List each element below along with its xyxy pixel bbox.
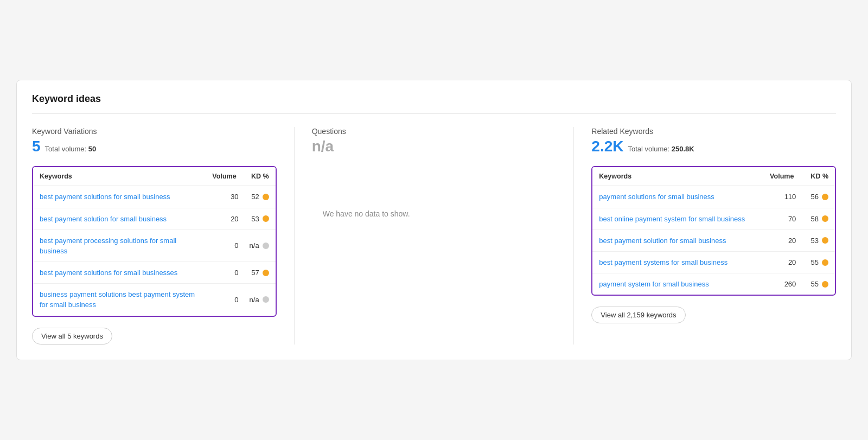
volume-cell: 20 [761,251,800,273]
keyword-link[interactable]: best payment systems for small business [599,258,727,266]
table-row: best payment solutions for small busines… [33,262,276,284]
keyword-link[interactable]: best online payment system for small bus… [599,215,745,223]
keyword-link[interactable]: best payment solution for small business [599,237,726,245]
related-count: 2.2K [591,138,623,155]
volume-cell: 20 [206,208,242,229]
orange-dot-icon [822,194,828,200]
kd-cell: 57 [243,262,276,284]
kd-cell: 52 [243,186,276,208]
table-row: business payment solutions best payment … [33,284,276,316]
kd-value: n/a [250,241,259,250]
variations-section: Keyword Variations 5 Total volume: 50 Ke… [32,127,277,344]
variations-col-volume: Volume [206,167,242,186]
keyword-link[interactable]: best payment processing solutions for sm… [40,237,176,255]
variations-view-all-button[interactable]: View all 5 keywords [32,328,112,345]
variations-table-wrapper: Keywords Volume KD % best payment soluti… [32,166,277,316]
variations-count: 5 [32,138,41,155]
kd-value: 53 [811,237,819,245]
variations-table: Keywords Volume KD % best payment soluti… [33,167,276,315]
related-view-all-button[interactable]: View all 2,159 keywords [591,307,685,323]
table-row: best online payment system for small bus… [592,208,835,229]
table-row: best payment processing solutions for sm… [33,229,276,262]
kd-cell: 53 [243,208,276,229]
questions-count: n/a [312,138,334,155]
kd-value: 57 [251,269,259,277]
related-label: Related Keywords [591,127,836,136]
keyword-link[interactable]: best payment solutions for small busines… [40,193,170,201]
keyword-link[interactable]: payment solutions for small business [599,193,714,201]
volume-cell: 70 [761,208,800,229]
table-row: best payment solution for small business… [592,229,835,251]
volume-cell: 0 [206,229,242,262]
sections-row: Keyword Variations 5 Total volume: 50 Ke… [32,127,836,344]
variations-col-keywords: Keywords [33,167,206,186]
questions-no-data: We have no data to show. [312,166,421,262]
orange-dot-icon [263,215,269,222]
kd-value: 58 [811,215,819,223]
divider-2 [573,127,574,344]
volume-cell: 0 [206,262,242,284]
keyword-ideas-card: Keyword ideas Keyword Variations 5 Total… [16,80,852,360]
questions-count-row: n/a [312,138,334,155]
kd-value: 56 [811,193,819,201]
kd-value: n/a [250,296,259,304]
kd-value: 55 [811,280,819,288]
kd-cell: n/a [243,229,276,262]
gray-dot-icon [263,243,269,249]
variations-label: Keyword Variations [32,127,277,136]
volume-cell: 30 [206,186,242,208]
questions-section: Questions n/a We have no data to show. [312,127,557,262]
kd-cell: 53 [800,229,835,251]
orange-dot-icon [263,270,269,276]
related-count-row: 2.2K Total volume: 250.8K [591,138,836,155]
table-row: payment solutions for small business 110… [592,186,835,208]
orange-dot-icon [822,281,828,288]
related-col-keywords: Keywords [592,167,761,186]
questions-label: Questions [312,127,346,136]
orange-dot-icon [822,259,828,266]
kd-value: 55 [811,258,819,266]
orange-dot-icon [822,215,828,222]
keyword-link[interactable]: business payment solutions best payment … [40,290,195,309]
table-row: best payment solutions for small busines… [33,186,276,208]
volume-cell: 0 [206,284,242,316]
divider-1 [294,127,295,344]
variations-volume: Total volume: 50 [45,145,97,153]
kd-cell: n/a [243,284,276,316]
related-col-volume: Volume [761,167,800,186]
kd-cell: 58 [800,208,835,229]
related-table: Keywords Volume KD % payment solutions f… [592,167,835,295]
gray-dot-icon [263,296,269,303]
variations-col-kd: KD % [243,167,276,186]
related-col-kd: KD % [800,167,835,186]
keyword-link[interactable]: best payment solutions for small busines… [40,269,177,277]
kd-cell: 56 [800,186,835,208]
kd-cell: 55 [800,251,835,273]
keyword-link[interactable]: best payment solution for small business [40,215,167,223]
table-row: best payment systems for small business … [592,251,835,273]
keyword-link[interactable]: payment system for small business [599,280,709,288]
related-table-wrapper: Keywords Volume KD % payment solutions f… [591,166,836,296]
orange-dot-icon [263,194,269,200]
related-volume: Total volume: 250.8K [628,145,694,153]
kd-value: 52 [251,193,259,201]
table-row: best payment solution for small business… [33,208,276,229]
variations-count-row: 5 Total volume: 50 [32,138,277,155]
table-row: payment system for small business 260 55 [592,273,835,295]
volume-cell: 20 [761,229,800,251]
kd-cell: 55 [800,273,835,295]
kd-value: 53 [251,215,259,223]
volume-cell: 260 [761,273,800,295]
card-title: Keyword ideas [32,93,836,114]
volume-cell: 110 [761,186,800,208]
related-section: Related Keywords 2.2K Total volume: 250.… [591,127,836,323]
orange-dot-icon [822,237,828,244]
